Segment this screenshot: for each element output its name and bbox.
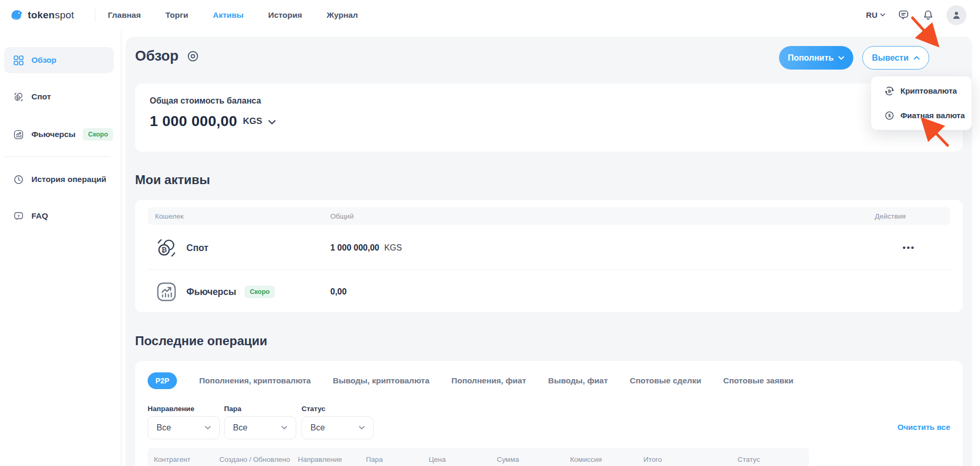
language-selector[interactable]: RU [866,10,885,19]
col-wallet: Кошелек [155,212,330,220]
sidebar: Обзор ₿ Спот Фьючерсы Скоро История опер… [0,30,121,466]
nav-item-journal[interactable]: Журнал [327,10,358,20]
col-pair: Пара [366,456,429,463]
asset-total: 1 000 000,00 [330,243,379,252]
tab-spot-deals[interactable]: Спотовые сделки [630,376,701,385]
asset-row-futures: Фьючерсы Скоро 0,00 [148,272,950,312]
top-navigation: Главная Торги Активы История Журнал [108,0,358,30]
futures-chart-icon [155,280,178,303]
brand-name: tokenspot [28,9,74,21]
notifications-bell-icon[interactable] [922,9,934,21]
col-total: Итого [643,456,738,463]
withdraw-button[interactable]: Вывести [862,46,929,70]
tab-deposits-crypto[interactable]: Пополнения, криптовалюта [199,376,310,385]
withdraw-dropdown-menu: ₿ Криптовалюта $ Фиатная валюта [871,76,972,130]
menu-item-label: Криптовалюта [900,86,957,95]
chevron-down-icon [205,426,211,430]
sidebar-item-label: Спот [31,92,51,101]
wallet-name[interactable]: Фьючерсы [186,287,236,298]
tab-p2p[interactable]: P2P [148,372,177,389]
col-amount: Сумма [497,456,570,463]
chevron-down-icon [880,13,885,17]
withdraw-button-label: Вывести [872,53,908,63]
operations-card: P2P Пополнения, криптовалюта Выводы, кри… [135,361,963,466]
row-actions-menu-button[interactable]: ••• [875,243,943,253]
row-divider [148,269,950,270]
tab-spot-orders[interactable]: Спотовые заявки [723,376,793,385]
select-value: Все [233,423,248,433]
top-header: tokenspot Главная Торги Активы История Ж… [0,0,980,30]
menu-item-cryptocurrency[interactable]: ₿ Криптовалюта [871,78,972,103]
clear-all-link[interactable]: Очистить все [897,423,950,431]
sidebar-item-futures[interactable]: Фьючерсы Скоро [4,121,114,147]
svg-text:?: ? [17,213,20,218]
nav-item-history[interactable]: История [268,10,302,20]
sidebar-item-spot[interactable]: ₿ Спот [4,84,114,110]
total-balance-card: Общая стоимость баланса 1 000 000,00 KGS [135,84,963,152]
sidebar-divider [4,156,110,157]
main-content: Обзор Пополнить Вывести Общая стоимость … [126,37,972,466]
assets-table-card: Кошелек Общий Действия ₿ Спот 1 000 000,… [135,200,963,312]
support-chat-icon[interactable] [897,9,910,21]
chevron-down-icon [281,426,287,430]
nav-item-trading[interactable]: Торги [165,10,188,20]
tokenspot-logo-icon [9,8,24,22]
operations-heading: Последние операции [135,334,268,348]
chevron-up-icon [914,56,920,60]
nav-item-assets[interactable]: Активы [213,10,243,20]
tab-deposits-fiat[interactable]: Пополнения, фиат [451,376,526,385]
col-direction: Направление [298,456,366,463]
wallet-name[interactable]: Спот [186,243,208,254]
assets-heading: Мои активы [135,173,210,187]
spot-coins-icon: ₿ [155,236,178,259]
brand-logo[interactable]: tokenspot [9,0,74,30]
operations-tabs: P2P Пополнения, криптовалюта Выводы, кри… [148,369,794,392]
sidebar-item-label: FAQ [31,211,48,221]
select-value: Все [310,423,325,433]
col-created-updated: Создано / Обновлено [219,456,298,463]
brand-name-bold: token [28,9,55,20]
col-commission: Комиссия [570,456,643,463]
asset-row-spot: ₿ Спот 1 000 000,00 KGS ••• [148,228,950,268]
balance-amount: 1 000 000,00 [150,113,237,130]
asset-total: 0,00 [330,287,347,296]
chevron-down-icon [359,426,365,430]
col-actions: Действия [875,212,943,220]
sidebar-item-label: Обзор [31,55,57,65]
nav-item-home[interactable]: Главная [108,10,141,20]
user-avatar[interactable] [946,5,966,25]
brand-name-light: spot [55,9,74,20]
tab-withdrawals-crypto[interactable]: Выводы, криптовалюта [333,376,430,385]
filter-label-status: Статус [302,405,326,413]
balance-currency: KGS [243,116,262,127]
tab-withdrawals-fiat[interactable]: Выводы, фиат [548,376,608,385]
visibility-eye-icon[interactable] [186,50,199,63]
sidebar-item-faq[interactable]: ? FAQ [4,203,114,229]
crypto-coin-icon: ₿ [884,86,895,96]
language-value: RU [866,10,877,19]
svg-text:$: $ [888,113,891,118]
col-total: Общий [330,212,875,220]
faq-bubble-icon: ? [13,211,24,222]
chevron-down-icon[interactable] [268,120,276,125]
col-counterparty: Контрагент [154,456,219,463]
select-value: Все [157,423,171,433]
operations-table-header: Контрагент Создано / Обновлено Направлен… [148,448,809,466]
person-icon [951,9,962,21]
menu-item-fiat-currency[interactable]: $ Фиатная валюта [871,103,972,128]
header-divider [95,8,95,22]
col-price: Цена [429,456,497,463]
assets-table-header: Кошелек Общий Действия [148,207,950,225]
asset-currency: KGS [384,243,402,252]
sidebar-item-operations-history[interactable]: История операций [4,166,114,192]
sidebar-item-label: История операций [31,175,106,184]
soon-badge: Скоро [83,128,113,141]
pair-select[interactable]: Все [224,416,296,439]
chevron-down-icon [838,56,844,60]
filter-label-pair: Пара [224,405,241,413]
status-select[interactable]: Все [302,416,374,439]
balance-label: Общая стоимость баланса [150,96,261,106]
deposit-button[interactable]: Пополнить [779,46,853,70]
sidebar-item-overview[interactable]: Обзор [4,47,114,73]
direction-select[interactable]: Все [148,416,220,439]
